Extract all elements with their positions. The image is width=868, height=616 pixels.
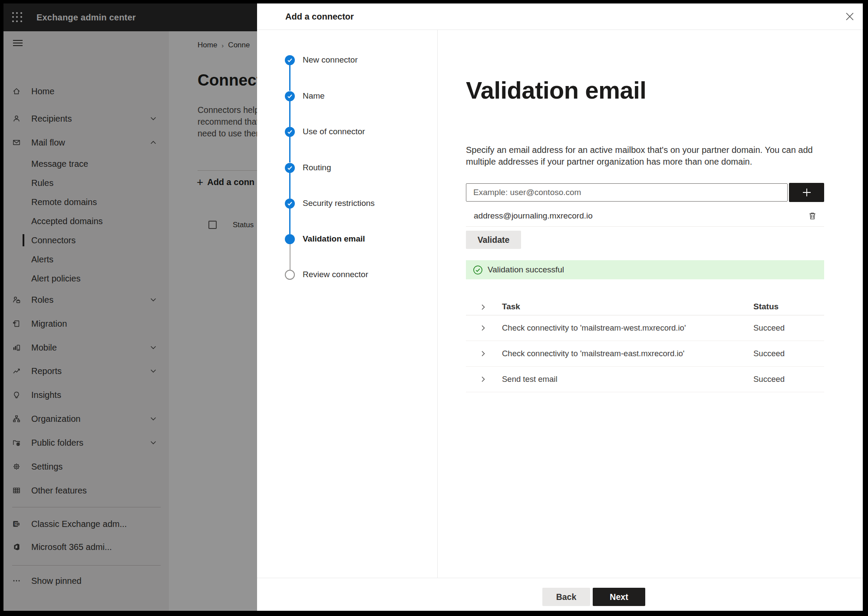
step-connector-line [290,244,290,270]
step-connector-line [289,65,290,91]
wizard-step-security-restrictions[interactable]: Security restrictions [285,198,375,209]
step-label: Security restrictions [303,199,375,208]
banner-text: Validation successful [488,265,564,275]
table-row[interactable]: Check connectivity to 'mailstream-east.m… [466,341,824,367]
step-label: Routing [303,163,331,172]
panel-title: Add a connector [285,12,354,22]
task-cell: Send test email [502,374,558,384]
address-list-divider [466,226,824,227]
step-label: Name [303,91,325,101]
step-label: Use of connector [303,127,365,136]
added-address-row: address@journaling.mxrecord.io [466,208,824,224]
validation-email-content: Validation email Specify an email addres… [466,30,824,392]
task-column-header: Task [502,302,520,311]
delete-address-trash-icon[interactable] [808,211,817,221]
step-completed-icon [285,127,295,137]
step-current-icon [285,234,295,244]
wizard-step-validation-email[interactable]: Validation email [285,234,365,244]
step-completed-icon [285,163,295,173]
email-input-row [466,183,824,202]
validate-button[interactable]: Validate [466,231,521,249]
wizard-step-routing[interactable]: Routing [285,162,331,173]
status-cell: Succeed [753,323,785,333]
panel-footer: Back Next [257,578,863,611]
results-table-header: Task Status [466,298,824,315]
status-cell: Succeed [753,374,785,384]
close-icon[interactable] [844,10,856,23]
expand-row-chevron-icon[interactable] [480,350,487,357]
app-title: Exchange admin center [36,13,136,23]
wizard-step-name[interactable]: Name [285,91,325,101]
expand-all-chevron-icon[interactable] [480,303,487,310]
step-completed-icon [285,199,295,209]
content-description: Specify an email address for an active m… [466,144,814,168]
back-button[interactable]: Back [542,588,590,606]
step-completed-icon [285,91,295,101]
panel-header: Add a connector [257,3,863,30]
expand-row-chevron-icon[interactable] [480,376,487,383]
task-cell: Check connectivity to 'mailstream-west.m… [502,323,686,333]
status-cell: Succeed [753,349,785,358]
added-address: address@journaling.mxrecord.io [474,211,593,221]
table-row[interactable]: Send test email Succeed [466,367,824,392]
step-label: Review connector [303,270,368,279]
success-check-icon [473,265,483,275]
content-heading: Validation email [466,77,824,103]
status-column-header: Status [753,302,779,311]
validation-success-banner: Validation successful [466,260,824,279]
app-window: Exchange admin center Home Recipients Ma… [3,3,863,611]
next-button[interactable]: Next [593,588,645,606]
step-completed-icon [285,55,295,65]
expand-row-chevron-icon[interactable] [480,325,487,331]
step-label: New connector [303,55,358,65]
modal-dim-overlay [3,31,257,611]
wizard-step-new-connector[interactable]: New connector [285,55,358,65]
step-label: Validation email [303,234,365,244]
step-connector-line [289,101,290,127]
app-launcher-waffle-icon[interactable] [12,12,23,23]
table-row[interactable]: Check connectivity to 'mailstream-west.m… [466,315,824,341]
step-pending-icon [285,270,295,280]
step-connector-line [289,209,290,234]
add-connector-panel: Add a connector New connector Name Use o… [257,3,863,611]
add-address-button[interactable] [789,183,824,202]
task-cell: Check connectivity to 'mailstream-east.m… [502,349,684,358]
step-connector-line [289,173,290,199]
steps-content-divider [437,30,438,578]
wizard-step-use-of-connector[interactable]: Use of connector [285,126,365,137]
email-input[interactable] [466,183,788,202]
wizard-step-review-connector[interactable]: Review connector [285,269,368,280]
step-connector-line [289,137,290,162]
